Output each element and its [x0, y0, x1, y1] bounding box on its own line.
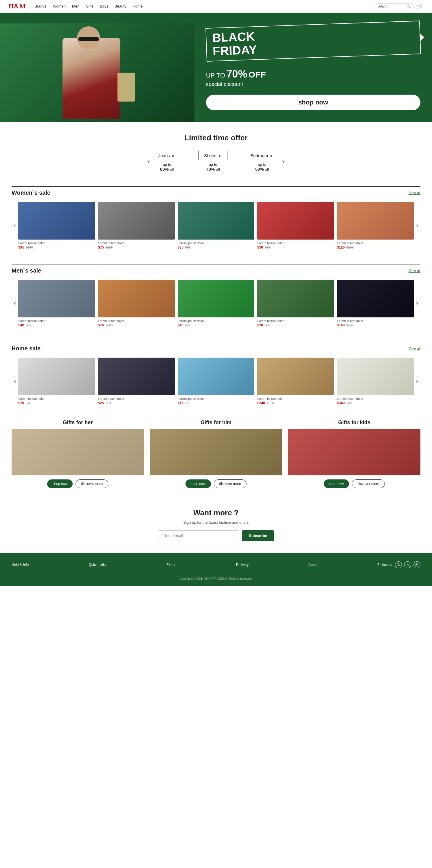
hero-discount-info: UP TO 70% OFF special discount — [206, 68, 421, 87]
footer-about: About — [308, 563, 317, 567]
product-name: Lorem ipsum dolor — [98, 241, 175, 245]
footer-copyright: Copyright © 2021. INFINITY GROUP. All ri… — [11, 574, 421, 580]
womens-next-arrow[interactable]: › — [414, 222, 421, 229]
nav-beauty[interactable]: Beauty — [115, 4, 126, 8]
product-name: Lorem ipsum dolor — [18, 397, 95, 400]
product-image — [18, 358, 95, 395]
home-carousel: ‹ Lorem ipsum dolor $20 $48 Lorem ipsum … — [11, 358, 421, 405]
product-name: Lorem ipsum dolor — [337, 397, 413, 400]
footer-about-link[interactable]: About — [308, 563, 317, 567]
table-row: Lorem ipsum dolor $20 $35 — [257, 280, 334, 327]
home-sale-title: Home sale — [11, 345, 40, 352]
gift-her-shop-button[interactable]: shop now — [47, 479, 72, 488]
jeans-tag-arrow: ► — [172, 153, 176, 158]
behance-icon[interactable]: B — [404, 561, 411, 568]
product-price: $95 $145 — [18, 245, 95, 249]
nav-brands[interactable]: Brands — [34, 4, 46, 8]
table-row: Lorem ipsum dolor $40 $70 — [178, 280, 254, 327]
jeans-tag[interactable]: Jeans ► — [153, 151, 181, 160]
shoes-tag-arrow: ► — [218, 153, 222, 158]
nav-boys[interactable]: Boys — [100, 4, 108, 8]
table-row: Lorem ipsum dolor $20 $48 — [18, 358, 95, 405]
shoes-label: Shoes — [204, 153, 216, 158]
offer-next-arrow[interactable]: › — [279, 157, 287, 165]
mens-sale-header: Men`s sale View all — [11, 264, 421, 274]
subscribe-title: Want more ? — [6, 508, 426, 517]
product-image — [257, 358, 334, 395]
product-price: $50 $85 — [257, 245, 334, 249]
product-name: Lorem ipsum dolor — [178, 319, 254, 322]
product-image — [257, 280, 334, 317]
footer-delivery-link[interactable]: Delivery — [236, 563, 249, 567]
cart-icon[interactable]: 🛒 — [417, 3, 423, 9]
womens-carousel: ‹ Lorem ipsum dolor $95 $145 Lorem ipsum… — [11, 202, 421, 249]
footer-links: Help & Info Quick Links Extras Delivery … — [11, 558, 421, 571]
mens-view-all[interactable]: View all — [408, 269, 421, 273]
subscribe-form: Subscribe — [6, 530, 426, 541]
product-image — [337, 358, 413, 395]
product-name: Lorem ipsum dolor — [18, 241, 95, 245]
offer-prev-arrow[interactable]: ‹ — [145, 157, 153, 165]
pinterest-icon[interactable]: ⓢ — [413, 561, 421, 568]
mens-next-arrow[interactable]: › — [414, 300, 421, 307]
mens-prev-arrow[interactable]: ‹ — [11, 300, 18, 307]
home-next-arrow[interactable]: › — [414, 378, 421, 385]
twitter-icon[interactable]: ⓒ — [395, 561, 402, 568]
product-image — [257, 202, 334, 240]
bedroom-tag[interactable]: Bedroom ► — [245, 151, 279, 160]
email-input[interactable] — [158, 530, 239, 541]
gift-him: Gifts for him shop now discover more — [150, 420, 282, 488]
table-row: Lorem ipsum dolor $50 $85 — [257, 202, 334, 249]
gifts-section: Gifts for her shop now discover more Gif… — [0, 411, 432, 497]
nav-home[interactable]: Home — [132, 4, 143, 8]
product-price: $74 $120 — [98, 323, 175, 327]
subscribe-button[interactable]: Subscribe — [242, 530, 274, 541]
footer-help-link[interactable]: Help & Info — [11, 563, 29, 567]
product-price: $15 $28 — [178, 401, 254, 405]
navbar: H&M Brands Women Men Girls Boys Beauty H… — [0, 0, 432, 13]
hero-title: BLACK FRIDAY — [212, 24, 414, 58]
gift-kids-discover-button[interactable]: discover more — [352, 479, 384, 488]
logo[interactable]: H&M — [9, 3, 26, 10]
offer-items-container: Jeans ► up to 60% off Shoes ► up to 70% … — [153, 151, 279, 172]
search-input[interactable] — [378, 4, 406, 8]
gift-kids-buttons: shop now discover more — [288, 479, 421, 488]
nav-links: Brands Women Men Girls Boys Beauty Home — [34, 4, 375, 8]
bedroom-discount: up to 50% off — [245, 162, 279, 172]
hero-upto: UP TO — [206, 72, 225, 79]
nav-girls[interactable]: Girls — [86, 4, 93, 8]
product-name: Lorem ipsum dolor — [18, 319, 95, 322]
footer-quick-links: Quick Links — [89, 563, 106, 567]
product-price: $120 $198 — [337, 245, 413, 249]
nav-men[interactable]: Men — [72, 4, 79, 8]
gift-kids: Gifts for kids shop now discover more — [288, 420, 421, 488]
offer-item-bedroom: Bedroom ► up to 50% off — [245, 151, 279, 172]
footer-extras-link[interactable]: Extras — [166, 563, 176, 567]
footer-extras: Extras — [166, 563, 176, 567]
limited-offer-title: Limited time offer — [6, 133, 426, 142]
gift-kids-shop-button[interactable]: shop now — [324, 479, 349, 488]
table-row: Lorem ipsum dolor $340 $480 — [337, 358, 413, 405]
home-view-all[interactable]: View all — [408, 347, 421, 351]
home-sale-header: Home sale View all — [11, 342, 421, 352]
gift-him-discover-button[interactable]: discover more — [214, 479, 247, 488]
product-name: Lorem ipsum dolor — [178, 241, 254, 245]
womens-prev-arrow[interactable]: ‹ — [11, 222, 18, 229]
gift-her-discover-button[interactable]: discover more — [75, 479, 108, 488]
footer-quick-link[interactable]: Quick Links — [89, 563, 106, 567]
home-prev-arrow[interactable]: ‹ — [11, 378, 18, 385]
shoes-tag[interactable]: Shoes ► — [198, 151, 227, 160]
gift-him-shop-button[interactable]: shop now — [185, 479, 211, 488]
product-name: Lorem ipsum dolor — [98, 319, 175, 322]
nav-women[interactable]: Women — [53, 4, 66, 8]
table-row: Lorem ipsum dolor $95 $145 — [18, 202, 95, 249]
search-box[interactable]: 🔍 — [375, 3, 413, 9]
shop-now-button[interactable]: shop now — [206, 95, 421, 110]
jeans-label: Jeans — [158, 153, 170, 158]
product-name: Lorem ipsum dolor — [257, 241, 334, 245]
footer-help: Help & Info — [11, 563, 29, 567]
jeans-discount: up to 60% off — [153, 162, 181, 172]
womens-view-all[interactable]: View all — [408, 191, 421, 195]
product-price: $75 $105 — [98, 245, 175, 249]
home-products: Lorem ipsum dolor $20 $48 Lorem ipsum do… — [18, 358, 413, 405]
